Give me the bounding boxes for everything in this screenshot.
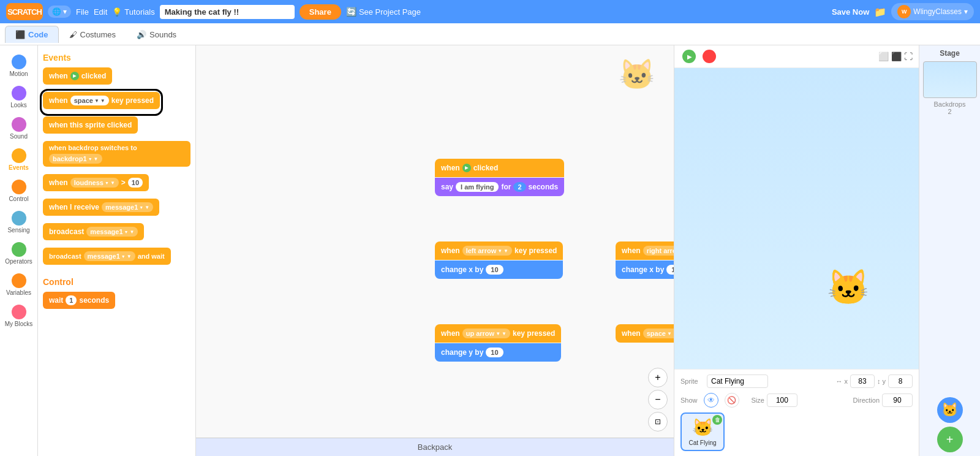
sprite-label: Sprite [680, 378, 702, 385]
canvas-block-left-arrow[interactable]: when left arrow ▼ key pressed [435, 241, 563, 260]
zoom-controls: + − ⊡ [648, 368, 668, 431]
share-button[interactable]: Share [300, 4, 341, 20]
x-label: ↔ x [835, 378, 848, 385]
project-title-input[interactable] [160, 5, 295, 19]
block-when-receive[interactable]: when I receive message1 ▼ [43, 199, 159, 216]
top-nav: SCRATCH 🌐 ▾ File Edit 💡Tutorials Share 🔄… [0, 0, 980, 23]
tutorials-button[interactable]: 💡Tutorials [112, 7, 154, 17]
size-input[interactable] [767, 393, 797, 407]
category-sidebar: Motion Looks Sound Events Control Sensin… [0, 45, 38, 456]
stage-backdrop-thumb[interactable] [923, 61, 977, 98]
size-section: Size [752, 393, 797, 407]
block-broadcast-wait[interactable]: broadcast message1 ▼ and wait [43, 248, 171, 265]
script-group-1: when ▶ clicked say I am flying for 2 sec… [435, 159, 564, 196]
canvas-block-right-arrow[interactable]: when right arrow ▼ key pressed [616, 241, 674, 260]
x-input[interactable] [850, 374, 875, 388]
sounds-icon: 🔊 [137, 30, 146, 39]
add-buttons: 🐱 + [937, 397, 963, 452]
stage-view-icons: ⬜ ⬛ ⛶ [878, 51, 913, 61]
main-area: Motion Looks Sound Events Control Sensin… [0, 45, 980, 456]
canvas-block-space-key[interactable]: when space ▼ key pressed [616, 324, 674, 343]
sidebar-item-operators[interactable]: Operators [2, 239, 36, 268]
script-group-4: when up arrow ▼ key pressed change y by … [435, 324, 561, 362]
block-when-key-pressed[interactable]: when space ▼ key pressed [43, 92, 160, 109]
sprite-list: 🗑 🐱 Cat Flying [680, 412, 913, 451]
show-eye-button[interactable]: 👁 [704, 393, 718, 408]
save-now-button[interactable]: Save Now [832, 7, 869, 17]
sidebar-item-events[interactable]: Events [2, 145, 36, 174]
sprite-delete-button[interactable]: 🗑 [712, 415, 722, 425]
stage-canvas: 🐱 [674, 68, 919, 369]
hide-eye-button[interactable]: 🚫 [725, 393, 739, 408]
script-group-5: when space ▼ key pressed [616, 324, 674, 343]
sidebar-item-variables[interactable]: Variables [2, 270, 36, 299]
green-flag-button[interactable] [680, 48, 698, 65]
sprite-name-input[interactable] [707, 374, 768, 388]
backdrops-label: Backdrops [934, 101, 966, 108]
block-when-sprite-clicked[interactable]: when this sprite clicked [43, 116, 138, 134]
canvas-block-when-flag[interactable]: when ▶ clicked [435, 159, 564, 177]
edit-menu[interactable]: Edit [94, 7, 107, 17]
direction-input[interactable] [882, 393, 913, 407]
sprite-thumb-image: 🐱 [692, 417, 714, 438]
code-icon: ⬛ [15, 30, 25, 39]
language-button[interactable]: 🌐 ▾ [48, 6, 71, 18]
tab-code[interactable]: ⬛ Code [5, 26, 59, 43]
block-broadcast[interactable]: broadcast message1 ▼ [43, 223, 144, 240]
sprite-thumb-catflying[interactable]: 🗑 🐱 Cat Flying [680, 412, 725, 451]
scratch-logo[interactable]: SCRATCH [6, 3, 43, 20]
subtabs: ⬛ Code 🖌 Costumes 🔊 Sounds [0, 23, 980, 45]
sidebar-item-control[interactable]: Control [2, 177, 36, 205]
show-label: Show [680, 397, 698, 404]
zoom-fit-button[interactable]: ⊡ [648, 412, 668, 431]
canvas-block-change-x-left[interactable]: change x by 10 [435, 260, 563, 279]
block-when-loudness[interactable]: when loudness ▼ > 10 [43, 174, 149, 191]
script-group-3: when right arrow ▼ key pressed change x … [616, 241, 674, 279]
block-when-backdrop[interactable]: when backdrop switches to backdrop1 ▼ [43, 141, 190, 167]
script-group-2: when left arrow ▼ key pressed change x b… [435, 241, 563, 279]
sidebar-item-sensing[interactable]: Sensing [2, 208, 36, 237]
sidebar-item-looks[interactable]: Looks [2, 83, 36, 112]
large-stage-button[interactable]: ⬛ [891, 51, 902, 61]
zoom-in-button[interactable]: + [648, 368, 668, 387]
costumes-icon: 🖌 [69, 30, 77, 39]
backdrops-count: 2 [948, 108, 951, 115]
control-section-title: Control [43, 277, 190, 287]
block-when-flag-clicked[interactable]: when ▶ clicked [43, 67, 112, 85]
small-stage-button[interactable]: ⬜ [878, 51, 889, 61]
fullscreen-button[interactable]: ⛶ [904, 51, 913, 61]
sprite-thumb-label: Cat Flying [688, 439, 716, 446]
stage-controls: ⬜ ⬛ ⛶ [674, 45, 919, 68]
stage-area: ⬜ ⬛ ⛶ 🐱 Sprite ↔ x ↕ y Show [674, 45, 919, 456]
scripts-cat-image: 🐱 [619, 58, 655, 92]
tab-costumes[interactable]: 🖌 Costumes [59, 26, 127, 43]
see-project-button[interactable]: 🔄 See Project Page [346, 7, 421, 17]
backpack-bar[interactable]: Backpack [196, 438, 674, 456]
user-avatar: W [897, 5, 911, 18]
direction-section: Direction [853, 393, 913, 407]
events-section-title: Events [43, 53, 190, 63]
sidebar-item-sound[interactable]: Sound [2, 114, 36, 143]
canvas-block-say[interactable]: say I am flying for 2 seconds [435, 178, 564, 196]
canvas-block-up-arrow[interactable]: when up arrow ▼ key pressed [435, 324, 561, 343]
canvas-block-change-x-right[interactable]: change x by 10 [616, 260, 674, 279]
sprite-panel: Sprite ↔ x ↕ y Show 👁 🚫 Size Dire [674, 369, 919, 456]
canvas-block-change-y[interactable]: change y by 10 [435, 343, 561, 362]
y-input[interactable] [888, 374, 913, 388]
block-wait[interactable]: wait 1 seconds [43, 292, 115, 309]
right-panel: Stage Backdrops 2 🐱 + [919, 45, 980, 456]
add-backdrop-button[interactable]: + [937, 427, 963, 452]
stop-button[interactable] [703, 50, 716, 63]
folder-icon[interactable]: 📁 [874, 6, 886, 18]
y-label: ↕ y [877, 378, 886, 385]
add-sprite-button[interactable]: 🐱 [937, 397, 963, 423]
file-menu[interactable]: File [76, 7, 89, 17]
scripts-area[interactable]: 🐱 when ▶ clicked say I am flying for 2 s… [196, 45, 674, 456]
user-menu[interactable]: W WlingyClasses ▾ [891, 3, 974, 20]
sidebar-item-motion[interactable]: Motion [2, 51, 36, 80]
tab-sounds[interactable]: 🔊 Sounds [126, 26, 187, 43]
green-flag-icon [682, 50, 696, 63]
sidebar-item-myblocks[interactable]: My Blocks [2, 302, 36, 330]
zoom-out-button[interactable]: − [648, 390, 668, 409]
stage-label: Stage [940, 49, 960, 58]
